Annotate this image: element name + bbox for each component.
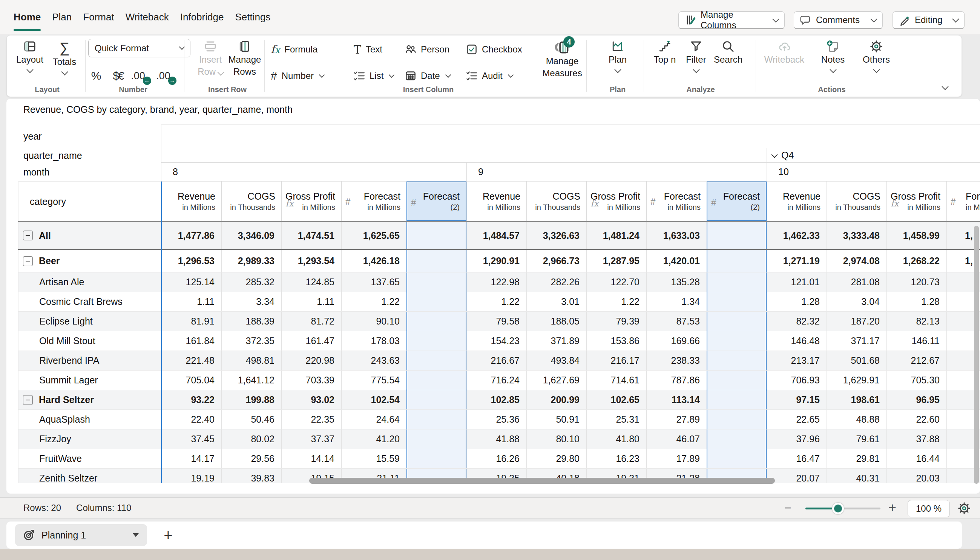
column-header-forecast[interactable]: #Forecastin Millions: [646, 182, 707, 221]
forecast-2-cell[interactable]: [707, 292, 767, 311]
forecast-2-cell[interactable]: [407, 351, 467, 370]
cell[interactable]: 187.20: [827, 312, 887, 331]
row-label-riverbend-ipa[interactable]: Riverbend IPA: [18, 351, 161, 370]
manage-columns-button[interactable]: Manage Columns: [678, 11, 785, 29]
column-header-forecast[interactable]: #Forecast(2): [407, 182, 467, 221]
cell[interactable]: 37.45: [161, 430, 221, 449]
forecast-2-cell[interactable]: [407, 370, 467, 390]
cell[interactable]: 102.54: [341, 390, 407, 410]
cell[interactable]: 371.17: [827, 331, 887, 350]
menu-format[interactable]: Format: [83, 0, 114, 34]
cell[interactable]: 16.23: [586, 449, 646, 468]
forecast-2-cell[interactable]: [707, 272, 767, 292]
forecast-2-cell[interactable]: [407, 449, 467, 468]
cell[interactable]: 41.80: [586, 430, 646, 449]
cell[interactable]: 238.33: [646, 351, 707, 370]
cell[interactable]: 124.85: [281, 272, 341, 292]
cell[interactable]: 79.58: [467, 312, 527, 331]
cell[interactable]: 188.39: [221, 312, 281, 331]
row-label-beer[interactable]: Beer: [18, 250, 161, 272]
ribbon-collapse-button[interactable]: [943, 84, 948, 90]
cell[interactable]: 121.01: [767, 272, 827, 292]
cell[interactable]: 1.22: [341, 292, 407, 311]
cell[interactable]: 1.11: [281, 292, 341, 311]
cell[interactable]: 22.65: [767, 410, 827, 429]
cell[interactable]: 705.30: [887, 370, 947, 390]
cell[interactable]: 20.03: [887, 469, 947, 483]
zoom-slider-thumb[interactable]: [832, 503, 844, 514]
cell[interactable]: 169.66: [646, 331, 707, 350]
cell[interactable]: 82.32: [767, 312, 827, 331]
cell[interactable]: 1.34: [646, 292, 707, 311]
insert-audit-column-button[interactable]: Audit: [466, 67, 513, 85]
cell[interactable]: 1,484.57: [467, 222, 527, 249]
column-header-gross-profit[interactable]: fxGross Profitin Millions: [887, 182, 947, 221]
forecast-2-cell[interactable]: [407, 430, 467, 449]
cell[interactable]: 80.02: [221, 430, 281, 449]
settings-gear-icon[interactable]: [958, 502, 970, 515]
cell[interactable]: 220.98: [281, 351, 341, 370]
year-span-cell[interactable]: [161, 125, 980, 148]
cell[interactable]: 1.22: [467, 292, 527, 311]
cell[interactable]: 16.47: [767, 449, 827, 468]
cell[interactable]: 50.91: [527, 410, 586, 429]
row-label-all[interactable]: All: [18, 222, 161, 249]
cell[interactable]: 22.40: [161, 410, 221, 429]
cell[interactable]: 1,271.19: [767, 250, 827, 272]
cell[interactable]: 1,627.69: [527, 370, 586, 390]
zoom-level-value[interactable]: 100 %: [908, 500, 950, 517]
cell[interactable]: 39.83: [221, 469, 281, 483]
collapse-toggle[interactable]: [23, 395, 33, 405]
cell[interactable]: 1,268.22: [887, 250, 947, 272]
tab-dropdown-triangle-icon[interactable]: [133, 533, 139, 537]
row-label-fruitwave[interactable]: FruitWave: [18, 449, 161, 468]
cell[interactable]: 41.20: [341, 430, 407, 449]
cell[interactable]: 216.17: [586, 351, 646, 370]
column-header-gross-profit[interactable]: fxGross Profitin Millions: [281, 182, 341, 221]
cell[interactable]: 216.67: [467, 351, 527, 370]
forecast-2-cell[interactable]: [707, 351, 767, 370]
cell[interactable]: 93.02: [281, 390, 341, 410]
cell[interactable]: 3.01: [527, 292, 586, 311]
cell[interactable]: 200.99: [527, 390, 586, 410]
menu-infobridge[interactable]: Infobridge: [180, 0, 224, 34]
row-label-old-mill-stout[interactable]: Old Mill Stout: [18, 331, 161, 350]
forecast-2-cell[interactable]: [707, 331, 767, 350]
comments-button[interactable]: Comments: [794, 11, 883, 29]
row-label-eclipse-light[interactable]: Eclipse Light: [18, 312, 161, 331]
cell[interactable]: 1,462.33: [767, 222, 827, 249]
cell[interactable]: 1,420.01: [646, 250, 707, 272]
cell[interactable]: 243.63: [341, 351, 407, 370]
cell[interactable]: 501.68: [827, 351, 887, 370]
cell[interactable]: 122.70: [586, 272, 646, 292]
category-column-header[interactable]: category: [18, 182, 161, 221]
cell[interactable]: 80.10: [527, 430, 586, 449]
insert-text-column-button[interactable]: T Text: [354, 41, 382, 58]
cell[interactable]: 79.39: [586, 312, 646, 331]
cell[interactable]: 41.88: [467, 430, 527, 449]
totals-button[interactable]: ∑ Totals: [44, 40, 85, 74]
forecast-2-cell[interactable]: [407, 272, 467, 292]
manage-measures-button[interactable]: 4 Manage Measures: [541, 40, 583, 78]
cell[interactable]: 1.28: [767, 292, 827, 311]
cell[interactable]: 282.26: [527, 272, 586, 292]
cell[interactable]: 198.61: [827, 390, 887, 410]
cell[interactable]: 221.48: [161, 351, 221, 370]
cell[interactable]: 3,333.48: [827, 222, 887, 249]
forecast-2-cell[interactable]: [707, 449, 767, 468]
cell[interactable]: 1,625.65: [341, 222, 407, 249]
cell[interactable]: 716.24: [467, 370, 527, 390]
cell[interactable]: 153.86: [586, 331, 646, 350]
column-header-revenue[interactable]: Revenuein Millions: [467, 182, 527, 221]
menu-plan[interactable]: Plan: [52, 0, 71, 34]
row-label-zenith-seltzer[interactable]: Zenith Seltzer: [18, 469, 161, 483]
cell[interactable]: 2,989.33: [221, 250, 281, 272]
cell[interactable]: 285.32: [221, 272, 281, 292]
chevron-down-icon[interactable]: [771, 151, 778, 158]
forecast-2-cell[interactable]: [407, 410, 467, 429]
cell[interactable]: 37.88: [887, 430, 947, 449]
cell[interactable]: 371.89: [527, 331, 586, 350]
editing-mode-button[interactable]: Editing: [892, 11, 965, 29]
cell[interactable]: 135.28: [646, 272, 707, 292]
cell[interactable]: 161.84: [161, 331, 221, 350]
